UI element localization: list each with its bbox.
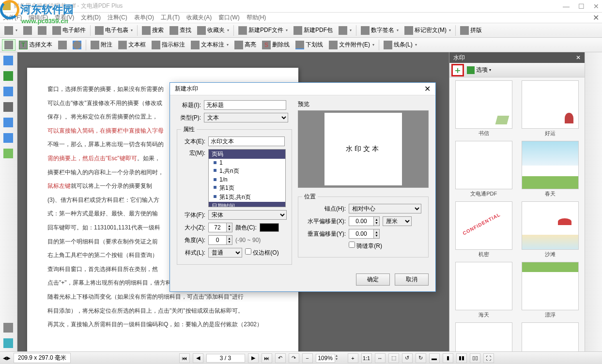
watermark-thumb-sky[interactable]: 海天 (452, 262, 515, 318)
maximize-button[interactable]: ☐ (578, 2, 585, 10)
outline-checkbox[interactable]: 仅边框(O) (245, 248, 279, 257)
fit-page-button[interactable]: ⬚ (388, 353, 399, 363)
email-button[interactable]: 电子邮件 (50, 25, 88, 36)
close-button[interactable]: ✕ (593, 2, 599, 10)
highlight-button[interactable]: 高亮 (232, 39, 259, 51)
tags-panel-button[interactable] (1, 146, 15, 161)
watermark-thumb-spring[interactable]: 春天 (519, 141, 582, 197)
textbox-button[interactable]: 文本框 (116, 39, 148, 51)
sign-button[interactable]: 数字签名▾ (358, 25, 401, 36)
panel-options-button[interactable]: 选项▾ (467, 66, 491, 74)
back-button[interactable]: ↶ (275, 353, 286, 363)
watermark-thumb-beach[interactable]: 沙滩 (519, 201, 582, 258)
new-pdf-button[interactable]: 新建PDF文件▾ (236, 25, 290, 36)
line-button[interactable]: 线条(L)▾ (381, 39, 419, 51)
macro-item[interactable]: 1/n (209, 176, 285, 183)
color-picker[interactable] (260, 223, 279, 232)
cancel-button[interactable]: 取消 (395, 273, 429, 286)
fit-width-button[interactable]: ↔ (375, 353, 386, 363)
watermark-thumb-wdt[interactable]: 文电通PDF (452, 141, 515, 197)
file-attach-button[interactable]: 文件附件(E)▾ (326, 39, 377, 51)
save-button[interactable] (21, 25, 34, 36)
select-image-button[interactable] (56, 39, 69, 51)
size-spinner[interactable]: ▲▼ (208, 223, 232, 232)
menu-favorites[interactable]: 收藏夹(A) (186, 14, 212, 22)
page-number-field[interactable]: 3 / 3 (206, 354, 245, 363)
menu-window[interactable]: 窗口(W) (218, 14, 239, 22)
menu-tools[interactable]: 工具(T) (161, 14, 180, 22)
search-button[interactable]: 搜索 (139, 25, 166, 36)
panel-close-button[interactable]: ✕ (576, 54, 581, 61)
underline-button[interactable]: 下划线 (293, 39, 325, 51)
menu-help[interactable]: 帮助(H) (247, 14, 266, 22)
text-input[interactable] (208, 136, 285, 146)
settings-panel-button[interactable] (1, 320, 15, 335)
hand-tool-button[interactable] (2, 39, 15, 51)
zoom-in-button[interactable]: + (348, 353, 358, 363)
anchor-select[interactable]: 相对中心 (349, 204, 421, 213)
menu-file[interactable]: 文件(F) (3, 14, 22, 22)
snapshot-button[interactable] (70, 39, 84, 51)
ok-button[interactable]: 确定 (356, 273, 390, 286)
security-button[interactable]: ▾ (336, 25, 354, 36)
notes-panel-button[interactable] (1, 84, 15, 99)
rotate-cw-button[interactable]: ↻ (416, 353, 426, 363)
print-button[interactable] (35, 25, 49, 36)
text-tag-button[interactable]: 文本标注▾ (188, 39, 231, 51)
menu-document[interactable]: 文档(D) (81, 14, 101, 22)
zoom-out-button[interactable]: − (302, 353, 313, 363)
dialog-close-button[interactable]: ✕ (424, 84, 431, 93)
background-panel-button[interactable] (586, 131, 601, 145)
hoffset-spinner[interactable]: ▲▼ (349, 216, 380, 226)
macro-item[interactable]: 第1页 (209, 183, 285, 193)
watermark-thumb-confidential[interactable]: 机密 (452, 201, 515, 258)
stamps-panel-button[interactable] (586, 100, 601, 114)
watermark-thumb-luck[interactable]: 好运 (519, 80, 582, 137)
comments-panel-button[interactable] (1, 336, 15, 350)
new-package-button[interactable]: 新建PDF包 (291, 25, 335, 36)
voffset-spinner[interactable]: ▲▼ (349, 229, 380, 239)
continuous-button[interactable]: ▮ (443, 353, 453, 363)
unit-select[interactable]: 厘米 (383, 216, 412, 226)
type-select[interactable]: 文本 (204, 113, 288, 122)
callout-button[interactable]: 指示标注 (149, 39, 187, 51)
watermark-thumb-float[interactable]: 漂浮 (519, 262, 582, 318)
fullscreen-button[interactable]: ⛶ (483, 353, 494, 363)
outline-panel-button[interactable] (1, 115, 15, 130)
favorites-button[interactable]: 收藏夹▾ (195, 25, 232, 36)
minimize-button[interactable]: — (563, 2, 570, 10)
bookmarks-panel-button[interactable] (1, 69, 15, 83)
menu-edit[interactable]: 编辑(E) (29, 14, 48, 22)
forward-button[interactable]: ↷ (289, 353, 299, 363)
saddle-checkbox[interactable]: 骑缝章(R) (349, 242, 382, 250)
find-button[interactable]: 查找 (167, 25, 194, 36)
macro-item[interactable]: 1 (209, 159, 285, 167)
menu-comment[interactable]: 注释(C) (108, 14, 127, 22)
fit-actual-button[interactable]: 1:1 (361, 353, 372, 363)
watermark-thumb-extra1[interactable] (452, 322, 515, 351)
validate-button[interactable] (586, 53, 601, 68)
pages-panel-button[interactable] (1, 53, 15, 68)
layers-panel-button[interactable] (1, 100, 15, 114)
last-page-button[interactable]: ⏭ (262, 353, 272, 363)
list-panel-button[interactable] (1, 131, 15, 145)
macro-list[interactable]: 页码 1 1,共n页 1/n 第1页 第1页,共n页 日期时间 |月/日 (208, 149, 286, 207)
zoom-input[interactable] (316, 354, 335, 363)
menu-view[interactable]: 查看(V) (55, 14, 74, 22)
continuous-facing-button[interactable]: ▯▯ (470, 353, 480, 363)
select-text-button[interactable]: T选择文本 (16, 39, 55, 51)
next-page-button[interactable]: ▶ (248, 353, 259, 363)
angle-spinner[interactable]: ▲▼ (208, 235, 232, 245)
open-button[interactable]: ▾ (2, 25, 20, 36)
note-button[interactable]: 附注 (88, 39, 115, 51)
favorites-panel-button[interactable] (586, 84, 601, 99)
add-watermark-button[interactable]: ＋ (451, 64, 464, 76)
strike-button[interactable]: S删除线 (260, 39, 292, 51)
prev-page-button[interactable]: ◀ (193, 353, 203, 363)
close-tab-button[interactable]: ✕ (593, 13, 599, 22)
title-input[interactable] (204, 100, 286, 110)
rotate-ccw-button[interactable]: ↺ (402, 353, 413, 363)
watermark-thumb-letter[interactable]: 书信 (452, 80, 515, 137)
epackage-button[interactable]: 电子包裹▾ (93, 25, 135, 36)
watermark-panel-button[interactable] (586, 115, 601, 130)
